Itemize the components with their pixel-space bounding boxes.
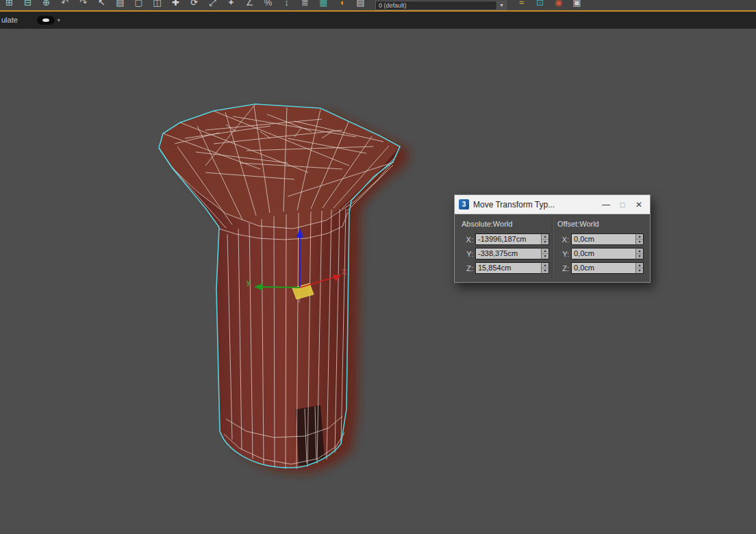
bind-to-space-warp-icon[interactable]: ⊕: [37, 0, 55, 10]
move-transform-type-in-dialog[interactable]: 3 Move Transform Typ... — □ ✕ Absolute:W…: [454, 194, 651, 283]
select-and-manipulate-icon[interactable]: ✦: [222, 0, 240, 10]
offset-x-row: X: 0,0cm ▴▾: [559, 233, 644, 245]
minimize-button[interactable]: —: [598, 200, 614, 209]
offset-x-axis-label: X:: [559, 236, 569, 244]
dialog-title: Move Transform Typ...: [473, 200, 598, 209]
absolute-y-spinner[interactable]: ▴▾: [541, 248, 549, 259]
offset-x-spinner[interactable]: ▴▾: [635, 233, 644, 245]
absolute-y-field[interactable]: -338,375cm: [475, 248, 541, 259]
gizmo-x-label: X: [342, 268, 347, 276]
gizmo-y-label: y: [247, 278, 251, 286]
spinner-down-icon[interactable]: ▾: [542, 240, 549, 244]
main-toolbar: ⊞⊟⊕↶↷↖▤▢◫✚⟳⤢✦∠%↕≣▦◖▤ 0 (default) ▾ ≈⊡◉▣: [0, 0, 756, 11]
absolute-y-row: Y: -338,375cm ▴▾: [463, 248, 549, 259]
absolute-world-label: Absolute:World: [462, 220, 512, 228]
curve-editor-icon[interactable]: ≈: [512, 0, 531, 10]
absolute-x-row: X: -13996,187cm ▴▾: [463, 233, 549, 245]
absolute-y-axis-label: Y:: [463, 250, 473, 258]
select-by-name-icon[interactable]: ▤: [111, 0, 129, 10]
populate-tab-label[interactable]: ulate: [0, 12, 18, 29]
offset-y-axis-label: Y:: [559, 250, 569, 258]
dialog-titlebar[interactable]: 3 Move Transform Typ... — □ ✕: [455, 195, 650, 214]
offset-y-spinner[interactable]: ▴▾: [635, 248, 644, 259]
offset-y-field[interactable]: 0,0cm: [571, 248, 635, 259]
select-and-rotate-icon[interactable]: ⟳: [185, 0, 203, 10]
spinner-up-icon[interactable]: ▴: [636, 249, 643, 254]
camera-lens-dot: [42, 18, 49, 22]
spinner-down-icon[interactable]: ▾: [542, 254, 549, 259]
close-button[interactable]: ✕: [631, 200, 647, 209]
chevron-down-icon[interactable]: ▾: [58, 17, 60, 23]
dropdown-value: 0 (default): [376, 1, 496, 10]
graphite-ribbon-toggle-icon[interactable]: ◖: [333, 0, 351, 10]
select-and-scale-icon[interactable]: ⤢: [203, 0, 222, 10]
scene-explorer-icon[interactable]: ▤: [351, 0, 370, 10]
column-model[interactable]: [159, 104, 400, 469]
spinner-up-icon[interactable]: ▴: [542, 234, 549, 240]
render-setup-icon[interactable]: ▣: [568, 0, 586, 10]
spinner-up-icon[interactable]: ▴: [636, 234, 643, 240]
select-object-icon[interactable]: ↖: [92, 0, 111, 10]
absolute-x-axis-label: X:: [463, 236, 473, 244]
spinner-down-icon[interactable]: ▾: [636, 240, 643, 244]
spinner-down-icon[interactable]: ▾: [636, 254, 643, 259]
dialog-body: Absolute:World Offset:World X: -13996,18…: [455, 214, 650, 282]
offset-x-field[interactable]: 0,0cm: [571, 233, 635, 245]
offset-z-spinner[interactable]: ▴▾: [635, 262, 644, 274]
spinner-down-icon[interactable]: ▾: [636, 268, 643, 273]
chevron-down-icon[interactable]: ▾: [496, 1, 506, 10]
percent-snap-icon[interactable]: %: [259, 0, 277, 10]
unlink-selection-icon[interactable]: ⊟: [18, 0, 37, 10]
select-and-move-icon[interactable]: ✚: [166, 0, 185, 10]
snaps-toggle-icon[interactable]: ∠: [240, 0, 259, 10]
undo-scene-icon[interactable]: ↶: [55, 0, 74, 10]
toolbar-left-icons: ⊞⊟⊕↶↷↖▤▢◫✚⟳⤢✦∠%↕≣▦◖▤: [0, 0, 370, 10]
gizmo-y-axis[interactable]: [262, 287, 300, 288]
absolute-z-spinner[interactable]: ▴▾: [541, 262, 549, 274]
spinner-up-icon[interactable]: ▴: [542, 249, 549, 254]
spinner-up-icon[interactable]: ▴: [542, 263, 549, 268]
absolute-x-field[interactable]: -13996,187cm: [475, 233, 541, 245]
spinner-snap-icon[interactable]: ↕: [277, 0, 296, 10]
select-and-link-icon[interactable]: ⊞: [0, 0, 18, 10]
absolute-x-spinner[interactable]: ▴▾: [541, 233, 549, 245]
named-selection-set-dropdown[interactable]: 0 (default) ▾: [375, 1, 507, 10]
offset-z-axis-label: Z:: [559, 264, 569, 272]
maximize-button[interactable]: □: [614, 200, 631, 209]
schematic-view-icon[interactable]: ⊡: [531, 0, 549, 10]
edit-named-selection-sets-icon[interactable]: ≣: [296, 0, 314, 10]
offset-z-row: Z: 0,0cm ▴▾: [559, 262, 644, 274]
camera-icon[interactable]: [37, 16, 55, 25]
material-editor-icon[interactable]: ◉: [549, 0, 568, 10]
toolbar-right-icons: ≈⊡◉▣: [512, 0, 586, 10]
absolute-z-field[interactable]: 15,854cm: [475, 262, 541, 274]
group-divider: [552, 218, 553, 278]
spinner-down-icon[interactable]: ▾: [542, 268, 549, 273]
base-hollow: [296, 405, 325, 466]
absolute-z-row: Z: 15,854cm ▴▾: [463, 262, 549, 274]
offset-z-field[interactable]: 0,0cm: [571, 262, 635, 274]
absolute-z-axis-label: Z:: [463, 264, 473, 272]
spinner-up-icon[interactable]: ▴: [636, 263, 643, 268]
redo-scene-icon[interactable]: ↷: [74, 0, 92, 10]
layer-explorer-icon[interactable]: ▦: [314, 0, 333, 10]
capital-top-face: [159, 104, 400, 229]
offset-y-row: Y: 0,0cm ▴▾: [559, 248, 644, 259]
3dsmax-logo-icon: 3: [459, 199, 469, 209]
rectangular-selection-region-icon[interactable]: ▢: [129, 0, 148, 10]
ribbon-bar: ulate ▾: [0, 12, 756, 29]
window-crossing-icon[interactable]: ◫: [148, 0, 166, 10]
offset-world-label: Offset:World: [557, 220, 599, 228]
